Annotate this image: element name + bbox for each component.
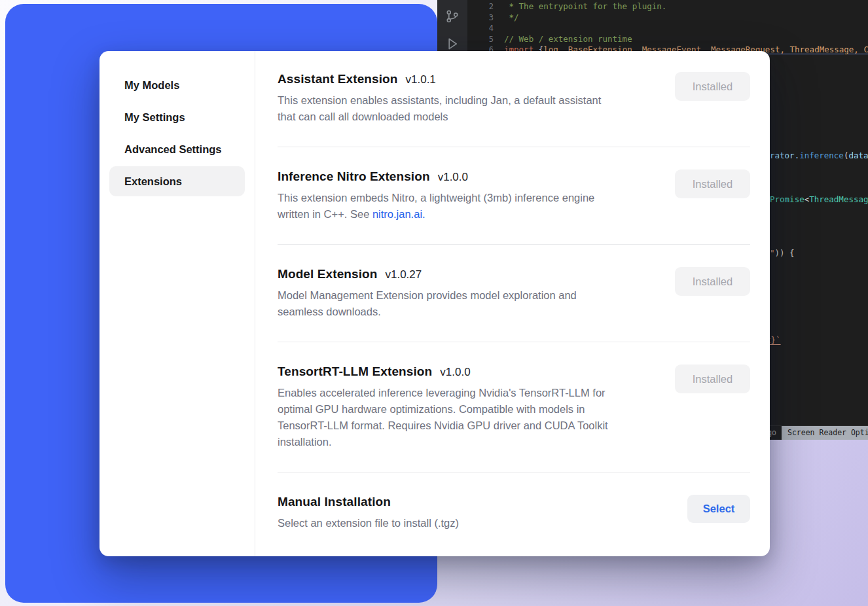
extension-info: Assistant Extension v1.0.1 This extensio… — [278, 72, 601, 125]
screen-reader-status-item[interactable]: Screen Reader Optimized — [782, 426, 868, 440]
run-debug-icon[interactable] — [444, 35, 461, 52]
extension-section-nitro: Inference Nitro Extension v1.0.0 This ex… — [278, 147, 750, 244]
settings-modal: My Models My Settings Advanced Settings … — [99, 51, 770, 556]
extension-description: Select an extension file to install (.tg… — [278, 515, 459, 531]
settings-sidebar: My Models My Settings Advanced Settings … — [99, 51, 255, 556]
extension-description: Enables accelerated inference leveraging… — [278, 385, 608, 450]
code-fragment: rator.inference(data)); — [770, 151, 868, 160]
extension-version: v1.0.1 — [406, 73, 436, 86]
installed-button[interactable]: Installed — [675, 267, 750, 296]
installed-button[interactable]: Installed — [675, 72, 750, 101]
extension-title: Model Extension — [278, 267, 377, 281]
line-number: 5 — [467, 34, 504, 45]
code-text: // Web / extension runtime — [504, 34, 632, 45]
code-text: */ — [504, 12, 519, 24]
description-line: seamless downloads. — [278, 306, 381, 317]
extension-header: Inference Nitro Extension v1.0.0 — [278, 169, 594, 184]
code-line: 2 * The entrypoint for the plugin. — [467, 1, 868, 12]
extension-header: Assistant Extension v1.0.1 — [278, 72, 601, 86]
line-number: 3 — [467, 12, 504, 24]
extension-section-model: Model Extension v1.0.27 Model Management… — [278, 244, 750, 342]
extension-title: Inference Nitro Extension — [278, 169, 430, 184]
extension-header: TensortRT-LLM Extension v1.0.0 — [278, 365, 608, 379]
code-text: Promise — [770, 194, 805, 204]
extension-info: Model Extension v1.0.27 Model Management… — [278, 267, 577, 320]
description-line: that can call all downloaded models — [278, 111, 448, 122]
code-text: )) { — [775, 248, 795, 258]
source-control-icon[interactable] — [444, 8, 461, 25]
extension-version: v1.0.27 — [385, 268, 422, 281]
extension-title: Assistant Extension — [278, 72, 398, 86]
extension-version: v1.0.0 — [440, 366, 470, 379]
code-lines: 2 * The entrypoint for the plugin. 3 */ … — [467, 1, 868, 56]
sidebar-item-my-settings[interactable]: My Settings — [109, 102, 245, 132]
line-number: 2 — [467, 1, 504, 12]
extension-info: Manual Installation Select an extension … — [278, 495, 459, 531]
line-number: 4 — [467, 23, 504, 34]
description-line: Enables accelerated inference leveraging… — [278, 387, 606, 399]
code-line: 4 — [467, 23, 868, 34]
installed-button[interactable]: Installed — [675, 365, 750, 393]
code-text: * The entrypoint for the plugin. — [504, 1, 666, 12]
description-line: TensorRT-LLM format. Requires Nvidia GPU… — [278, 419, 608, 431]
description-line: optimal GPU hardware optimizations. Comp… — [278, 403, 585, 415]
code-line: 5 // Web / extension runtime — [467, 34, 868, 45]
extensions-panel: Assistant Extension v1.0.1 This extensio… — [255, 51, 770, 556]
extension-version: v1.0.0 — [438, 171, 468, 184]
extension-section-tensorrt: TensortRT-LLM Extension v1.0.0 Enables a… — [278, 342, 750, 472]
extension-info: Inference Nitro Extension v1.0.0 This ex… — [278, 169, 594, 223]
extension-title: Manual Installation — [278, 495, 391, 509]
code-text: rator. — [770, 151, 799, 160]
code-text: data — [848, 151, 868, 160]
extension-description: This extension enables assistants, inclu… — [278, 92, 601, 125]
extension-description: This extension embeds Nitro, a lightweig… — [278, 190, 594, 223]
select-file-button[interactable]: Select — [687, 495, 750, 523]
code-text: inference — [799, 151, 844, 160]
extension-section-manual-install: Manual Installation Select an extension … — [278, 472, 750, 553]
extension-description: Model Management Extension provides mode… — [278, 287, 577, 320]
installed-button[interactable]: Installed — [675, 169, 750, 198]
extension-title: TensortRT-LLM Extension — [278, 365, 432, 379]
description-line: This extension embeds Nitro, a lightweig… — [278, 192, 594, 204]
extension-section-assistant: Assistant Extension v1.0.1 This extensio… — [278, 51, 750, 147]
description-line: Model Management Extension provides mode… — [278, 289, 577, 301]
description-line: written in C++. See — [278, 208, 372, 220]
code-line: 3 */ — [467, 12, 868, 24]
code-text: " — [770, 248, 775, 258]
code-fragment: Promise<ThreadMessage> — [770, 194, 868, 204]
sidebar-item-advanced-settings[interactable]: Advanced Settings — [109, 134, 245, 164]
extension-header: Model Extension v1.0.27 — [278, 267, 577, 281]
sidebar-item-extensions[interactable]: Extensions — [109, 166, 245, 196]
code-fragment: ")) { — [770, 248, 795, 258]
extension-info: TensortRT-LLM Extension v1.0.0 Enables a… — [278, 365, 608, 450]
sidebar-item-my-models[interactable]: My Models — [109, 70, 245, 100]
description-line: installation. — [278, 436, 332, 448]
code-text: ThreadMessage — [809, 194, 868, 204]
extension-header: Manual Installation — [278, 495, 459, 509]
description-line: Select an extension file to install (.tg… — [278, 517, 459, 529]
nitro-link[interactable]: nitro.jan.ai. — [372, 208, 425, 220]
description-line: This extension enables assistants, inclu… — [278, 94, 601, 106]
desktop-background: { "colors": { "blue_panel": "#3f63f7", "… — [0, 0, 868, 606]
